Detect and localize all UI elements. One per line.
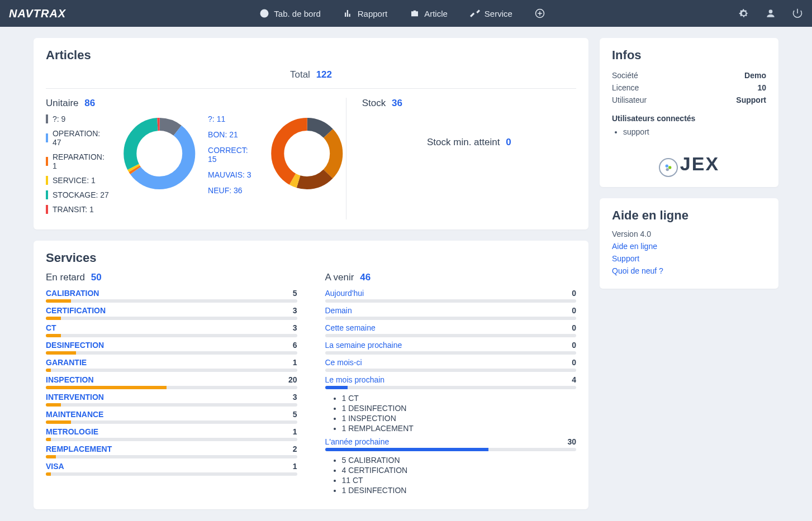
articles-total: Total 122 xyxy=(46,69,576,89)
service-label[interactable]: La semaine prochaine xyxy=(325,341,402,350)
service-row: METROLOGIE1 xyxy=(46,427,297,441)
progress-fill xyxy=(46,403,61,407)
aide-link-news[interactable]: Quoi de neuf ? xyxy=(612,266,766,275)
service-label[interactable]: MAINTENANCE xyxy=(46,410,103,419)
stock-min: Stock min. atteint 0 xyxy=(362,137,576,148)
progress-fill xyxy=(46,351,76,355)
service-row: Demain0 xyxy=(325,306,577,320)
service-row: REMPLACEMENT2 xyxy=(46,444,297,458)
service-label[interactable]: CT xyxy=(46,323,56,332)
service-row: DESINFECTION6 xyxy=(46,341,297,355)
power-icon[interactable] xyxy=(792,8,803,19)
service-count: 30 xyxy=(567,437,576,446)
service-count: 1 xyxy=(293,358,297,367)
nav-service-label: Service xyxy=(485,9,512,18)
stock-min-label: Stock min. atteint xyxy=(427,137,500,147)
service-label[interactable]: INSPECTION xyxy=(46,375,94,384)
nav-service[interactable]: Service xyxy=(470,8,512,18)
services-card: Services En retard 50 CALIBRATION5CERTIF… xyxy=(34,241,588,509)
legend-item: STOCKAGE: 27 xyxy=(46,190,111,199)
aide-card: Aide en ligne Version 4.0 Aide en ligne … xyxy=(600,198,778,289)
aide-link-support[interactable]: Support xyxy=(612,254,766,263)
service-subitem: 11 CT xyxy=(342,476,577,485)
info-row: Licence10 xyxy=(612,82,766,94)
late-label: En retard xyxy=(46,272,85,283)
svg-point-15 xyxy=(668,166,671,169)
service-label[interactable]: GARANTIE xyxy=(46,358,87,367)
service-row-head: Aujourd'hui0 xyxy=(325,289,577,298)
legend-link[interactable]: CORRECT: 15 xyxy=(208,146,258,164)
progress-fill xyxy=(46,455,56,458)
service-row-head: METROLOGIE1 xyxy=(46,427,297,436)
info-value: 10 xyxy=(757,83,766,92)
service-label[interactable]: Aujourd'hui xyxy=(325,289,364,298)
service-label[interactable]: CALIBRATION xyxy=(46,289,99,298)
legend-link[interactable]: ?: 11 xyxy=(208,114,258,123)
service-subitem: 1 DESINFECTION xyxy=(342,404,577,413)
service-row: MAINTENANCE5 xyxy=(46,410,297,424)
legend-swatch xyxy=(46,176,48,185)
legend-item: TRANSIT: 1 xyxy=(46,205,111,214)
aide-link-help[interactable]: Aide en ligne xyxy=(612,242,766,251)
progress-bar xyxy=(46,317,297,320)
service-row-head: CT3 xyxy=(46,323,297,332)
services-late-col: En retard 50 CALIBRATION5CERTIFICATION3C… xyxy=(46,272,297,499)
service-sublist: 1 CT1 DESINFECTION1 INSPECTION1 REMPLACE… xyxy=(342,394,577,433)
legend-swatch xyxy=(46,205,48,214)
progress-fill xyxy=(325,386,348,389)
progress-bar xyxy=(46,438,297,441)
nav-report-label: Rapport xyxy=(358,9,387,18)
service-label[interactable]: CERTIFICATION xyxy=(46,306,106,315)
service-label[interactable]: L'année prochaine xyxy=(325,437,390,446)
nav-article[interactable]: Article xyxy=(410,8,448,18)
service-label[interactable]: INTERVENTION xyxy=(46,393,104,401)
service-label[interactable]: Cette semaine xyxy=(325,323,376,332)
connected-user: support xyxy=(623,127,766,136)
service-count: 2 xyxy=(293,444,297,453)
legend-link[interactable]: BON: 21 xyxy=(208,130,258,139)
service-row: La semaine prochaine0 xyxy=(325,341,577,355)
legend-link[interactable]: MAUVAIS: 3 xyxy=(208,170,258,179)
legend-label: STOCKAGE: 27 xyxy=(53,190,109,199)
service-row-head: GARANTIE1 xyxy=(46,358,297,367)
user-icon[interactable] xyxy=(765,8,776,19)
service-count: 6 xyxy=(293,341,297,350)
service-label[interactable]: REMPLACEMENT xyxy=(46,444,112,453)
progress-bar xyxy=(46,386,297,389)
nav-dashboard[interactable]: Tab. de bord xyxy=(259,8,320,18)
legend-item: REPARATION: 1 xyxy=(46,152,111,170)
upcoming-label: A venir xyxy=(325,272,354,283)
service-row-head: CERTIFICATION3 xyxy=(46,306,297,315)
service-label[interactable]: Le mois prochain xyxy=(325,375,385,384)
services-upcoming-col: A venir 46 Aujourd'hui0Demain0Cette sema… xyxy=(325,272,577,499)
nav-add[interactable] xyxy=(535,8,545,18)
service-label[interactable]: METROLOGIE xyxy=(46,427,98,436)
progress-bar xyxy=(46,299,297,303)
legend-item: SERVICE: 1 xyxy=(46,176,111,185)
service-label[interactable]: VISA xyxy=(46,462,64,471)
stock-section: Stock 36 Stock min. atteint 0 xyxy=(346,98,576,219)
service-row: Cette semaine0 xyxy=(325,323,577,337)
svg-point-16 xyxy=(666,168,668,171)
articles-card: Articles Total 122 Unitaire 86 ?: 9OPERA… xyxy=(34,38,588,230)
service-count: 3 xyxy=(293,323,297,332)
gear-icon[interactable] xyxy=(738,8,749,19)
service-count: 0 xyxy=(572,306,576,315)
service-row: INSPECTION20 xyxy=(46,375,297,389)
legend-swatch xyxy=(46,190,48,199)
unitaire-header: Unitaire 86 xyxy=(46,98,346,109)
nav-report[interactable]: Rapport xyxy=(343,8,387,18)
service-label[interactable]: DESINFECTION xyxy=(46,341,104,350)
service-row-head: REMPLACEMENT2 xyxy=(46,444,297,453)
service-label[interactable]: Demain xyxy=(325,306,352,315)
progress-fill xyxy=(46,299,71,303)
service-count: 4 xyxy=(572,375,576,384)
legend-item: OPERATION: 47 xyxy=(46,129,111,147)
progress-bar xyxy=(325,369,577,372)
service-row-head: Cette semaine0 xyxy=(325,323,577,332)
late-header: En retard 50 xyxy=(46,272,297,283)
dashboard-icon xyxy=(259,8,269,18)
svg-point-2 xyxy=(769,9,773,13)
legend-link[interactable]: NEUF: 36 xyxy=(208,186,258,195)
service-label[interactable]: Ce mois-ci xyxy=(325,358,362,367)
